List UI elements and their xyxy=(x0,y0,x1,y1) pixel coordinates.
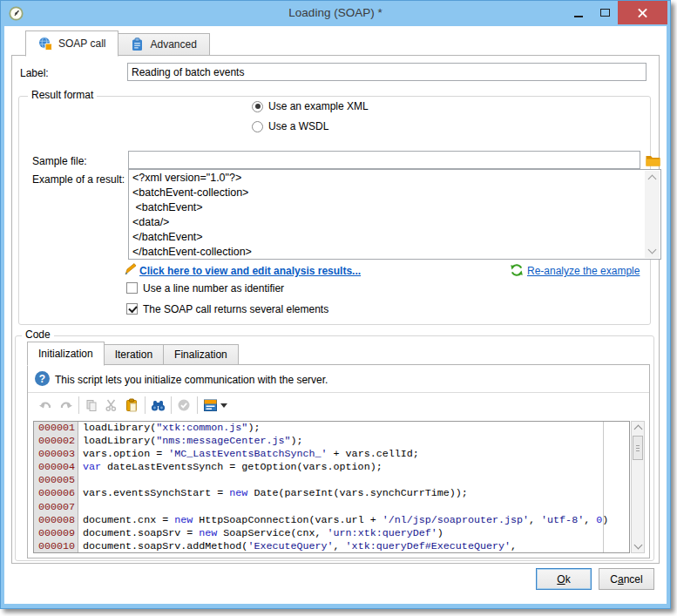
close-button[interactable] xyxy=(618,1,667,24)
binoculars-icon xyxy=(150,399,166,412)
editor-scrollbar[interactable] xyxy=(631,421,645,553)
dropdown-caret-icon xyxy=(220,403,227,408)
tab-iteration[interactable]: Iteration xyxy=(104,344,164,365)
tab-initialization[interactable]: Initialization xyxy=(27,342,105,366)
minimize-icon xyxy=(574,16,583,17)
dialog-window: Loading (SOAP) * SOAP call xyxy=(0,0,671,609)
refresh-icon xyxy=(510,263,524,277)
ok-button[interactable]: Ok xyxy=(536,568,592,590)
insert-menu-button[interactable] xyxy=(200,395,230,416)
code-toolbar xyxy=(36,394,231,416)
reanalyze-link[interactable]: Re-analyze the example xyxy=(527,265,640,277)
result-format-legend: Result format xyxy=(28,89,97,101)
code-tab-label: Iteration xyxy=(115,349,152,361)
toolbar-separator xyxy=(145,396,146,414)
radio-label: Use an example XML xyxy=(268,100,369,112)
checkbox-label: The SOAP call returns several elements xyxy=(143,303,328,315)
tab-advanced[interactable]: Advanced xyxy=(118,33,209,56)
checkbox-line-number[interactable]: Use a line number as identifier xyxy=(126,282,284,294)
paste-button[interactable] xyxy=(122,395,141,416)
insert-block-icon xyxy=(204,399,217,411)
redo-button[interactable] xyxy=(56,395,75,416)
script-info-text: This script lets you initialize communic… xyxy=(55,374,328,386)
code-group: Code Initialization Iteration Finalizati… xyxy=(15,335,654,561)
scroll-up-icon[interactable] xyxy=(648,175,657,184)
screen: Loading (SOAP) * SOAP call xyxy=(0,0,677,616)
window-title: Loading (SOAP) * xyxy=(288,6,382,19)
label-field-label: Label: xyxy=(20,67,49,79)
checkbox-box xyxy=(126,303,138,315)
sample-file-label: Sample file: xyxy=(32,155,87,167)
clipboard-icon xyxy=(131,37,144,51)
titlebar[interactable]: Loading (SOAP) * xyxy=(1,1,670,26)
result-format-group: Result format Use an example XML Use a W… xyxy=(18,96,651,325)
dialog-client: SOAP call Advanced Label: Result format xyxy=(4,26,667,604)
browse-file-button[interactable] xyxy=(644,151,662,169)
checkbox-label: Use a line number as identifier xyxy=(143,282,284,294)
minimize-button[interactable] xyxy=(565,1,592,24)
redo-icon xyxy=(58,399,73,412)
code-line: 000003vars.option = 'MC_LastEventsBatchS… xyxy=(34,448,629,461)
app-icon xyxy=(9,6,24,21)
scrollbar-thumb[interactable] xyxy=(633,436,643,460)
code-line: 000010document.soapSrv.addMethod('Execut… xyxy=(34,540,629,553)
code-line: 000006vars.eventsSynchStart = new Date(p… xyxy=(34,487,629,500)
tab-finalization[interactable]: Finalization xyxy=(163,344,239,365)
find-button[interactable] xyxy=(148,395,167,416)
folder-icon xyxy=(646,154,660,166)
close-icon xyxy=(638,8,647,17)
code-line: 000008document.cnx = new HttpSoapConnect… xyxy=(34,514,629,527)
code-line: 000005 xyxy=(34,474,629,487)
label-input[interactable] xyxy=(127,63,647,81)
code-tab-label: Finalization xyxy=(174,349,227,361)
validate-button[interactable] xyxy=(174,395,193,416)
radio-circle xyxy=(252,101,263,112)
scroll-down-icon[interactable] xyxy=(648,246,657,254)
example-result-label: Example of a result: xyxy=(32,173,125,186)
check-circle-icon xyxy=(177,398,191,412)
tab-label: SOAP call xyxy=(58,37,105,50)
view-analysis-link[interactable]: Click here to view and edit analysis res… xyxy=(139,265,361,277)
cancel-button[interactable]: Cancel xyxy=(599,568,654,590)
checkbox-several-elements[interactable]: The SOAP call returns several elements xyxy=(126,303,328,315)
cut-button[interactable] xyxy=(102,395,121,416)
initialization-panel: ? This script lets you initialize commun… xyxy=(27,364,650,558)
code-line: 000001loadLibrary("xtk:common.js"); xyxy=(34,422,629,435)
edit-analysis-icon xyxy=(124,262,137,276)
scroll-down-icon[interactable] xyxy=(634,541,643,550)
scroll-up-icon[interactable] xyxy=(634,425,643,434)
toolbar-separator xyxy=(171,396,172,414)
radio-use-wsdl[interactable]: Use a WSDL xyxy=(252,120,328,132)
maximize-button[interactable] xyxy=(592,1,618,24)
code-editor[interactable]: 000001loadLibrary("xtk:common.js");00000… xyxy=(33,421,630,553)
undo-button[interactable] xyxy=(36,395,55,416)
globe-icon xyxy=(38,37,52,51)
copy-button[interactable] xyxy=(82,395,101,416)
example-xml-content: <?xml version="1.0"?> <batchEvent-collec… xyxy=(132,171,643,258)
soap-call-page: Label: Result format Use an example XML … xyxy=(11,55,660,564)
example-scrollbar[interactable] xyxy=(645,171,660,258)
tab-soap-call[interactable]: SOAP call xyxy=(25,30,118,57)
code-legend: Code xyxy=(22,328,54,341)
sample-file-input[interactable] xyxy=(128,151,640,169)
radio-circle xyxy=(252,121,263,132)
checkbox-box xyxy=(126,282,138,294)
code-lines: 000001loadLibrary("xtk:common.js");00000… xyxy=(34,422,629,553)
code-line: 000002loadLibrary("nms:messageCenter.js"… xyxy=(34,435,629,448)
code-line: 000004var dateLastEventsSynch = getOptio… xyxy=(34,461,629,474)
code-line: 000007 xyxy=(34,501,629,514)
toolbar-separator xyxy=(197,396,198,414)
example-result-textarea[interactable]: <?xml version="1.0"?> <batchEvent-collec… xyxy=(128,169,661,260)
tab-label: Advanced xyxy=(150,38,196,51)
toolbar-separator xyxy=(78,396,79,414)
undo-icon xyxy=(38,399,53,412)
main-tabstrip: SOAP call Advanced xyxy=(25,30,209,56)
code-tab-label: Initialization xyxy=(38,348,93,360)
paste-icon xyxy=(125,398,139,412)
radio-label: Use a WSDL xyxy=(268,120,328,132)
code-line: 000009document.soapSrv = new SoapService… xyxy=(34,527,629,540)
cut-icon xyxy=(105,398,118,412)
help-icon: ? xyxy=(35,371,50,386)
radio-use-example-xml[interactable]: Use an example XML xyxy=(252,100,369,112)
code-tabstrip: Initialization Iteration Finalization xyxy=(27,342,238,365)
